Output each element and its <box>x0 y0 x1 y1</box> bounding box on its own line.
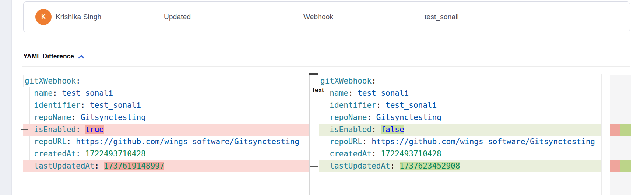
audit-event-row[interactable]: K Krishika Singh Updated Webhook test_so… <box>23 1 630 32</box>
yaml-key: createdAt <box>34 149 76 158</box>
chevron-up-icon[interactable] <box>78 54 85 59</box>
diff-divider-label: Text <box>312 86 324 94</box>
code-line: gitXWebhook: <box>23 75 309 87</box>
yaml-difference-title: YAML Difference <box>23 53 74 60</box>
added-line-marker-icon <box>310 126 318 134</box>
yaml-value: test_sonali <box>90 101 141 110</box>
yaml-colon: : <box>376 101 381 110</box>
yaml-colon: : <box>53 89 57 98</box>
code-line: repoName: Gitsynctesting <box>319 111 601 124</box>
yaml-key: lastUpdatedAt <box>330 162 390 170</box>
yaml-value-link[interactable]: https://github.com/wings-software/Gitsyn… <box>372 137 595 146</box>
code-line: createdAt: 1722493710428 <box>23 148 309 160</box>
page-left-gutter <box>0 0 12 195</box>
added-line-marker-icon <box>310 162 318 170</box>
yaml-colon: : <box>76 77 81 85</box>
yaml-colon: : <box>76 149 81 158</box>
yaml-value: 1737619148997 <box>104 162 164 170</box>
yaml-colon: : <box>67 137 71 146</box>
yaml-key: gitXWebhook <box>25 77 76 85</box>
yaml-difference-toggle[interactable]: YAML Difference <box>23 53 85 60</box>
code-line: name: test_sonali <box>23 87 309 99</box>
page-right-border <box>643 0 643 195</box>
yaml-value: 1722493710428 <box>85 149 145 158</box>
yaml-colon: : <box>390 162 395 170</box>
yaml-key: repoName <box>34 113 71 122</box>
yaml-colon: : <box>372 77 376 85</box>
code-line: repoURL: https://github.com/wings-softwa… <box>319 136 601 148</box>
right-editor-edge <box>601 74 602 195</box>
yaml-colon: : <box>362 137 367 146</box>
code-line: lastUpdatedAt: 1737623452908 <box>319 160 601 172</box>
code-line: identifier: test_sonali <box>319 99 601 111</box>
yaml-value: Gitsynctesting <box>81 113 146 122</box>
yaml-key: repoName <box>330 113 367 122</box>
yaml-colon: : <box>81 101 85 110</box>
diff-splitter-sash[interactable] <box>309 74 310 195</box>
code-line: name: test_sonali <box>319 87 601 99</box>
ruler-added-marker <box>620 160 631 172</box>
yaml-key: name <box>330 89 348 98</box>
code-line: isEnabled: true <box>23 124 309 136</box>
yaml-key: isEnabled <box>34 125 76 134</box>
code-line: lastUpdatedAt: 1737619148997 <box>23 160 309 172</box>
yaml-value: Gitsynctesting <box>376 113 441 122</box>
yaml-value: 1737623452908 <box>400 162 460 170</box>
removed-line-marker-icon <box>21 166 28 166</box>
yaml-key: repoURL <box>330 137 362 146</box>
yaml-colon: : <box>372 149 376 158</box>
yaml-key: gitXWebhook <box>320 77 372 85</box>
removed-line-marker-icon <box>21 129 28 130</box>
yaml-colon: : <box>95 162 99 170</box>
yaml-value-link[interactable]: https://github.com/wings-software/Gitsyn… <box>76 137 299 146</box>
code-line: repoURL: https://github.com/wings-softwa… <box>23 136 309 148</box>
code-line: identifier: test_sonali <box>23 99 309 111</box>
code-line: createdAt: 1722493710428 <box>319 148 601 160</box>
avatar: K <box>35 9 52 25</box>
overview-ruler[interactable] <box>610 75 631 195</box>
yaml-key: identifier <box>330 101 376 110</box>
yaml-value: test_sonali <box>386 101 437 110</box>
audit-resource-name: test_sonali <box>425 2 459 32</box>
code-line: gitXWebhook: <box>319 75 601 87</box>
yaml-colon: : <box>71 113 76 122</box>
sash-handle-icon[interactable] <box>309 73 318 75</box>
yaml-value: true <box>85 125 104 134</box>
yaml-key: isEnabled <box>330 125 372 134</box>
yaml-key: name <box>34 89 53 98</box>
audit-user-name: Krishika Singh <box>56 2 101 32</box>
diff-right-editor[interactable]: gitXWebhook: name: test_sonali identifie… <box>319 75 601 172</box>
diff-left-editor[interactable]: gitXWebhook: name: test_sonali identifie… <box>23 75 309 172</box>
yaml-colon: : <box>76 125 81 134</box>
yaml-colon: : <box>348 89 353 98</box>
yaml-key: identifier <box>34 101 80 110</box>
audit-action: Updated <box>164 2 191 32</box>
code-line: isEnabled: false <box>319 124 601 136</box>
yaml-value: test_sonali <box>62 89 113 98</box>
code-line: repoName: Gitsynctesting <box>23 111 309 124</box>
yaml-colon: : <box>367 113 372 122</box>
audit-resource-type: Webhook <box>303 2 333 32</box>
ruler-removed-marker <box>610 124 620 136</box>
yaml-key: createdAt <box>330 149 372 158</box>
yaml-colon: : <box>372 125 376 134</box>
yaml-value: false <box>381 125 404 134</box>
ruler-added-marker <box>620 124 631 136</box>
yaml-key: lastUpdatedAt <box>34 162 94 170</box>
yaml-value: test_sonali <box>358 89 409 98</box>
yaml-key: repoURL <box>34 137 67 146</box>
ruler-removed-marker <box>610 160 620 172</box>
yaml-value: 1722493710428 <box>381 149 441 158</box>
avatar-initial: K <box>41 14 46 20</box>
yaml-diff-viewer: gitXWebhook: name: test_sonali identifie… <box>22 66 630 195</box>
